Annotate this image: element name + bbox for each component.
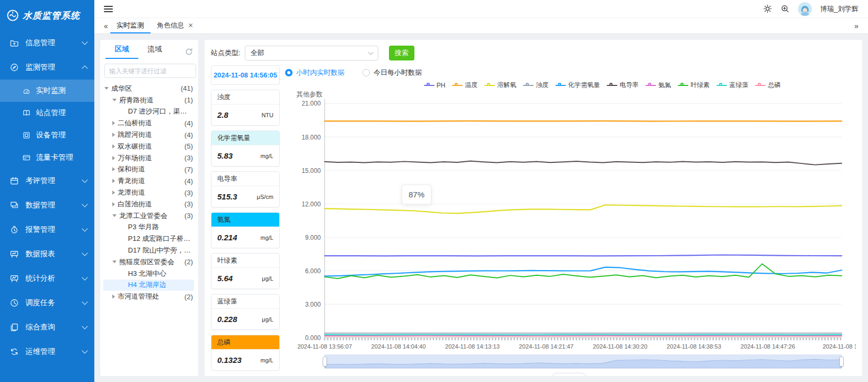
legend-item-9[interactable]: 总磷 <box>755 81 781 90</box>
sidebar-subitem-1-2[interactable]: 设备管理 <box>0 124 94 146</box>
tree-node-7[interactable]: 保和街道(7) <box>103 164 194 176</box>
sidebar-item-4[interactable]: 报警管理 <box>0 218 94 242</box>
radio-dot-icon <box>362 69 370 76</box>
scrollbar-thumb[interactable] <box>552 373 587 377</box>
avatar[interactable] <box>798 2 812 16</box>
metric-card-1[interactable]: 化学需氧量5.83mg/L <box>211 131 280 167</box>
sidebar-subitem-1-3[interactable]: 流量卡管理 <box>0 146 94 169</box>
tree-node-9[interactable]: 龙潭街道(3) <box>103 187 194 198</box>
svg-text:12.000: 12.000 <box>302 200 321 207</box>
svg-text:2024-11-08 14:04:40: 2024-11-08 14:04:40 <box>371 343 426 350</box>
legend-item-8[interactable]: 蓝绿藻 <box>716 81 748 90</box>
tab-1[interactable]: 角色信息✕ <box>150 18 200 33</box>
tree-node-3[interactable]: 二仙桥街道(4) <box>103 117 194 129</box>
tree-node-17[interactable]: H4 北湖岸边 <box>103 280 194 291</box>
tree-node-12[interactable]: P3 华月路 <box>103 222 194 233</box>
tree-node-5[interactable]: 双水碾街道(5) <box>103 141 194 152</box>
legend-marker-icon <box>555 83 566 88</box>
search-button[interactable]: 搜索 <box>389 46 414 60</box>
sidebar-item-0[interactable]: 信息管理 <box>0 31 94 55</box>
svg-text:18.000: 18.000 <box>302 133 321 141</box>
controls-row: 站点类型: 全部 搜索 <box>211 45 856 61</box>
metric-card-5[interactable]: 蓝绿藻0.228μg/L <box>211 294 280 330</box>
sidebar-item-8[interactable]: 综合查询 <box>0 315 94 340</box>
radio-1[interactable]: 今日每小时数据 <box>362 68 422 77</box>
caret-down-icon <box>112 214 117 217</box>
caret-right-icon <box>112 144 115 149</box>
monitor-panel: 站点类型: 全部 搜索 2024-11-08 14:56:05 浊度2.8NTU… <box>204 39 863 377</box>
tree-filter-input[interactable] <box>104 64 196 78</box>
legend-item-5[interactable]: 电导率 <box>607 81 639 90</box>
username[interactable]: 博瑞_刘学辉 <box>820 4 858 14</box>
sidebar-item-3[interactable]: 数据管理 <box>0 193 94 218</box>
menu-collapse-icon[interactable] <box>104 4 113 14</box>
tabs-back-icon[interactable]: « <box>102 22 110 30</box>
caret-right-icon <box>112 190 115 195</box>
metric-card-3[interactable]: 氨氮0.214mg/L <box>211 212 280 248</box>
gauge-icon <box>22 86 31 95</box>
datazoom-right-handle[interactable] <box>839 357 844 367</box>
svg-text:2024-11-08 14:38:53: 2024-11-08 14:38:53 <box>667 343 721 350</box>
metric-value: 5.64 <box>217 274 233 283</box>
metric-unit: NTU <box>261 112 273 118</box>
legend-item-3[interactable]: 浊度 <box>523 81 548 90</box>
metric-card-6[interactable]: 总磷0.1323mg/L <box>211 335 280 371</box>
tree-tab-1[interactable]: 流域 <box>138 45 171 59</box>
theme-toggle-icon[interactable] <box>763 4 772 13</box>
legend-item-4[interactable]: 化学需氧量 <box>555 81 600 90</box>
node-count: (7) <box>182 166 193 173</box>
legend-item-0[interactable]: PH <box>424 82 446 89</box>
tree-node-0[interactable]: 成华区(41) <box>103 83 194 94</box>
sidebar-item-6[interactable]: 统计分析 <box>0 266 94 291</box>
radio-0[interactable]: 小时内实时数据 <box>285 68 344 77</box>
sidebar-item-2[interactable]: 考评管理 <box>0 169 94 193</box>
legend-marker-icon <box>645 83 656 88</box>
sidebar-item-7[interactable]: 调度任务 <box>0 291 94 315</box>
tree-tab-0[interactable]: 区域 <box>105 45 138 59</box>
metric-unit: mg/L <box>261 357 273 363</box>
tab-0[interactable]: 实时监测 <box>110 18 150 33</box>
datazoom-left-handle[interactable] <box>323 357 327 367</box>
zoom-in-icon[interactable] <box>781 4 790 13</box>
legend-item-2[interactable]: 溶解氧 <box>484 81 516 90</box>
metric-name: 叶绿素 <box>211 254 279 268</box>
sidebar-subitem-1-1[interactable]: 站点管理 <box>0 102 94 124</box>
svg-text:2024-11-08 14: 2024-11-08 14 <box>822 343 856 350</box>
metric-card-0[interactable]: 浊度2.8NTU <box>211 90 280 126</box>
tree-node-6[interactable]: 万年场街道(3) <box>103 152 194 164</box>
tree-node-15[interactable]: 熊猫度假区管委会(2) <box>103 256 194 268</box>
book-icon <box>22 109 31 117</box>
metric-name: 总磷 <box>211 335 279 350</box>
tree-node-11[interactable]: 龙潭工业管委会(3) <box>103 210 194 222</box>
tree-node-10[interactable]: 白莲池街道(3) <box>103 198 194 210</box>
tree-node-2[interactable]: D7 进沙河口，渠水路 <box>103 106 194 118</box>
legend-item-6[interactable]: 氨氮 <box>645 81 671 90</box>
chart-zone: 小时内实时数据今日每小时数据 PH温度溶解氧浊度化学需氧量电导率氨氮叶绿素蓝绿藻… <box>285 65 856 371</box>
chevron-down-icon <box>82 323 87 329</box>
tree-node-4[interactable]: 跳蹬河街道(4) <box>103 129 194 141</box>
refresh-icon[interactable] <box>185 48 193 56</box>
chevron-down-icon <box>82 39 87 45</box>
svg-text:21.000: 21.000 <box>302 100 321 107</box>
tree-node-1[interactable]: 府青路街道(1) <box>103 94 194 106</box>
sidebar-item-1[interactable]: 监测管理 <box>0 55 94 80</box>
sidebar-subitem-1-0[interactable]: 实时监测 <box>0 80 94 102</box>
sidebar-item-9[interactable]: 运维管理 <box>0 340 94 364</box>
tree-node-14[interactable]: D17 院山中学旁，龙潭… <box>103 245 194 256</box>
tree-node-16[interactable]: H3 北湖中心 <box>103 268 194 280</box>
datazoom-slider[interactable] <box>324 354 842 369</box>
tree-node-8[interactable]: 青龙街道(4) <box>103 175 194 187</box>
close-icon[interactable]: ✕ <box>188 22 193 29</box>
tabs-forward-icon[interactable]: » <box>852 22 861 30</box>
station-type-select[interactable]: 全部 <box>245 46 378 60</box>
legend-item-7[interactable]: 叶绿素 <box>678 81 710 90</box>
metric-card-4[interactable]: 叶绿素5.64μg/L <box>211 253 280 289</box>
tree-node-18[interactable]: 市河道管理处(2) <box>103 291 194 302</box>
sidebar-item-5[interactable]: 数据报表 <box>0 242 94 266</box>
metrics-column: 2024-11-08 14:56:05 浊度2.8NTU化学需氧量5.83mg/… <box>211 65 280 371</box>
stats-icon <box>10 274 19 283</box>
legend-item-1[interactable]: 温度 <box>452 81 477 90</box>
tree-node-13[interactable]: P12 成宏路口子桥下右… <box>103 233 194 245</box>
metric-card-2[interactable]: 电导率515.3μS/cm <box>211 171 280 207</box>
logo-icon <box>6 9 19 22</box>
